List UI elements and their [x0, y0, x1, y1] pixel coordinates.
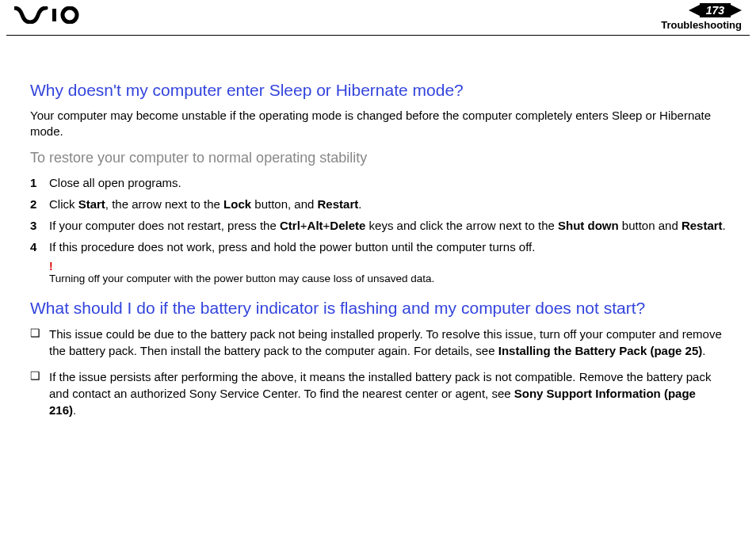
- vaio-logo-svg: [14, 6, 90, 24]
- content: Why doesn't my computer enter Sleep or H…: [0, 35, 756, 418]
- page-nav: 173: [689, 3, 742, 17]
- page-number: 173: [700, 3, 731, 17]
- step-item: 2 Click Start, the arrow next to the Loc…: [30, 196, 726, 212]
- step-text: Close all open programs.: [49, 174, 181, 191]
- svg-rect-0: [52, 9, 56, 21]
- header-rule: [6, 35, 750, 36]
- step-number: 3: [30, 217, 49, 234]
- step-number: 1: [30, 174, 49, 191]
- step-number: 2: [30, 196, 49, 212]
- steps-list: 1 Close all open programs. 2 Click Start…: [30, 174, 726, 255]
- question-1-intro: Your computer may become unstable if the…: [30, 108, 726, 140]
- bullet-icon: ❑: [30, 326, 49, 359]
- step-text: If your computer does not restart, press…: [49, 217, 726, 234]
- next-page-arrow-icon[interactable]: [731, 5, 742, 16]
- bullet-icon: ❑: [30, 368, 49, 418]
- bullet-text: This issue could be due to the battery p…: [49, 326, 726, 359]
- bullet-text: If the issue persists after performing t…: [49, 368, 726, 418]
- list-item: ❑ If the issue persists after performing…: [30, 368, 726, 418]
- warning-icon: !: [49, 260, 726, 273]
- header: 173 Troubleshooting: [0, 0, 756, 35]
- vaio-logo: [14, 6, 90, 27]
- step-item: 4 If this procedure does not work, press…: [30, 238, 726, 255]
- list-item: ❑ This issue could be due to the battery…: [30, 326, 726, 359]
- prev-page-arrow-icon[interactable]: [689, 5, 700, 16]
- section-title: Troubleshooting: [661, 19, 742, 31]
- question-1-heading: Why doesn't my computer enter Sleep or H…: [30, 81, 726, 100]
- step-item: 1 Close all open programs.: [30, 174, 726, 191]
- page: 173 Troubleshooting Why doesn't my compu…: [0, 0, 756, 534]
- step-text: If this procedure does not work, press a…: [49, 238, 535, 255]
- question-1-subhead: To restore your computer to normal opera…: [30, 150, 726, 166]
- question-2-heading: What should I do if the battery indicato…: [30, 299, 726, 318]
- svg-point-1: [63, 8, 77, 22]
- step-text: Click Start, the arrow next to the Lock …: [49, 196, 361, 212]
- warning-note: Turning off your computer with the power…: [49, 273, 726, 284]
- bullet-list: ❑ This issue could be due to the battery…: [30, 326, 726, 418]
- step-number: 4: [30, 238, 49, 255]
- step-item: 3 If your computer does not restart, pre…: [30, 217, 726, 234]
